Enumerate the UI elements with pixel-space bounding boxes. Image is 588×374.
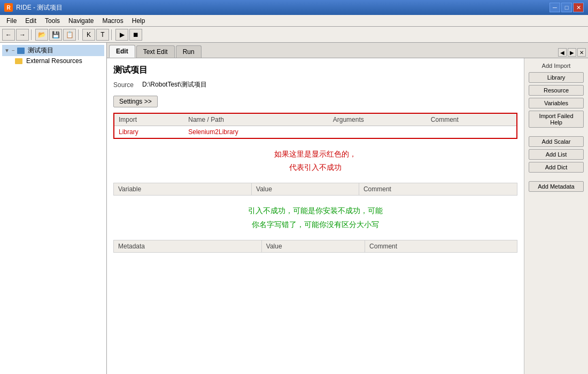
menu-bar: File Edit Tools Navigate Macros Help	[0, 15, 588, 27]
tab-next-button[interactable]: ▶	[568, 48, 576, 57]
import-cell-comment	[427, 126, 516, 138]
tree-item-project[interactable]: ▼ − 测试项目	[2, 45, 104, 56]
menu-help[interactable]: Help	[128, 16, 150, 26]
import-col-arguments: Arguments	[329, 114, 427, 126]
title-bar: R RIDE - 测试项目 ─ □ ✕	[0, 0, 588, 15]
toolbar-separator-1	[31, 29, 33, 40]
right-sidebar: Add Import Library Resource Variables Im…	[524, 58, 588, 374]
source-value: D:\RobotTest\测试项目	[142, 80, 207, 89]
tab-prev-button[interactable]: ◀	[558, 48, 567, 57]
forward-button[interactable]: →	[16, 29, 29, 41]
tab-edit[interactable]: Edit	[109, 45, 135, 58]
tab-nav: ◀ ▶ ✕	[558, 48, 586, 58]
import-failed-help-button[interactable]: Import Failed Help	[529, 111, 584, 128]
open-button[interactable]: 📂	[35, 29, 48, 41]
saveas-button[interactable]: 📋	[63, 29, 76, 41]
window-controls: ─ □ ✕	[550, 3, 584, 12]
variables-button[interactable]: Variables	[529, 98, 584, 108]
tab-bar: Edit Text Edit Run ◀ ▶ ✕	[107, 43, 588, 58]
meta-col-value: Value	[261, 240, 365, 252]
add-import-label: Add Import	[529, 63, 584, 69]
import-col-comment: Comment	[427, 114, 516, 126]
window-title: RIDE - 测试项目	[16, 3, 63, 12]
notice-green-line2: 你名字写错了，可能你没有区分大小写	[113, 218, 517, 231]
var-col-variable: Variable	[114, 183, 252, 196]
add-dict-button[interactable]: Add Dict	[529, 162, 584, 173]
tree-item-external[interactable]: External Resources	[2, 56, 104, 66]
minus-icon: −	[12, 48, 15, 53]
folder-icon	[15, 58, 22, 64]
menu-file[interactable]: File	[2, 16, 21, 26]
settings-button[interactable]: Settings >>	[113, 96, 158, 107]
toolbar: ← → 📂 💾 📋 K T ▶ ⏹	[0, 27, 588, 43]
notice-green: 引入不成功，可能是你安装不成功，可能 你名字写错了，可能你没有区分大小写	[113, 204, 517, 231]
save-button[interactable]: 💾	[49, 29, 62, 41]
import-col-namepath: Name / Path	[184, 114, 328, 126]
metadata-table: Metadata Value Comment	[113, 240, 517, 253]
add-metadata-button[interactable]: Add Metadata	[529, 181, 584, 192]
var-col-value: Value	[252, 183, 359, 196]
project-label: 测试项目	[28, 46, 53, 55]
k-button[interactable]: K	[82, 29, 95, 41]
add-list-button[interactable]: Add List	[529, 149, 584, 160]
meta-col-comment: Comment	[365, 240, 517, 252]
var-col-comment: Comment	[359, 183, 517, 196]
run-button[interactable]: ▶	[115, 29, 128, 41]
app-icon: R	[4, 3, 13, 12]
resource-button[interactable]: Resource	[529, 85, 584, 96]
tab-text-edit[interactable]: Text Edit	[136, 45, 175, 58]
minimize-button[interactable]: ─	[550, 3, 560, 12]
menu-macros[interactable]: Macros	[98, 16, 127, 26]
right-panel: Edit Text Edit Run ◀ ▶ ✕ 测试项目 Source D:\…	[107, 43, 588, 374]
menu-edit[interactable]: Edit	[21, 16, 41, 26]
main-content: 测试项目 Source D:\RobotTest\测试项目 Settings >…	[107, 58, 524, 374]
source-label: Source	[113, 81, 134, 89]
project-icon	[17, 48, 25, 54]
source-row: Source D:\RobotTest\测试项目	[113, 80, 517, 89]
menu-tools[interactable]: Tools	[41, 16, 64, 26]
stop-button[interactable]: ⏹	[129, 29, 142, 41]
metadata-section: Metadata Value Comment	[113, 240, 517, 253]
library-button[interactable]: Library	[529, 72, 584, 83]
variable-table: Variable Value Comment	[113, 183, 517, 196]
external-resources-label: External Resources	[26, 57, 82, 65]
expand-icon: ▼	[4, 48, 10, 53]
import-table: Import Name / Path Arguments Comment Lib…	[114, 114, 516, 138]
import-cell-name: Selenium2Library	[184, 126, 328, 138]
t-button[interactable]: T	[96, 29, 109, 41]
tab-close-button[interactable]: ✕	[577, 48, 586, 57]
content-area: 测试项目 Source D:\RobotTest\测试项目 Settings >…	[107, 58, 588, 374]
notice-red: 如果这里是显示红色的， 代表引入不成功	[113, 147, 517, 174]
import-cell-args	[329, 126, 427, 138]
menu-navigate[interactable]: Navigate	[64, 16, 98, 26]
left-panel: ▼ − 测试项目 External Resources	[0, 43, 107, 374]
close-button[interactable]: ✕	[573, 3, 584, 12]
sidebar-separator-2	[529, 175, 584, 179]
page-title: 测试项目	[113, 65, 517, 76]
notice-red-line2: 代表引入不成功	[113, 161, 517, 174]
toolbar-separator-2	[78, 29, 80, 40]
add-scalar-button[interactable]: Add Scalar	[529, 136, 584, 147]
back-button[interactable]: ←	[2, 29, 15, 41]
meta-col-metadata: Metadata	[114, 240, 262, 252]
sidebar-separator	[529, 130, 584, 134]
main-layout: ▼ − 测试项目 External Resources Edit Text Ed…	[0, 43, 588, 374]
toolbar-separator-3	[111, 29, 113, 40]
tab-run[interactable]: Run	[176, 45, 202, 58]
import-cell-type: Library	[114, 126, 184, 138]
import-col-import: Import	[114, 114, 184, 126]
notice-green-line1: 引入不成功，可能是你安装不成功，可能	[113, 204, 517, 217]
restore-button[interactable]: □	[561, 3, 572, 12]
import-table-wrap: Import Name / Path Arguments Comment Lib…	[113, 113, 517, 139]
notice-red-line1: 如果这里是显示红色的，	[113, 147, 517, 161]
table-row[interactable]: Library Selenium2Library	[114, 126, 516, 138]
